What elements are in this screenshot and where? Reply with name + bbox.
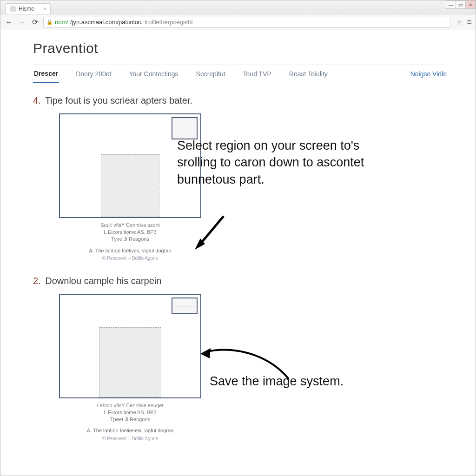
nav-tab-contectings[interactable]: Your Contectings xyxy=(128,66,179,82)
favicon-icon xyxy=(10,6,16,12)
url-scheme: nom/ xyxy=(55,19,68,26)
caption-meta: © Pensoent – Ddtllo Agone xyxy=(59,436,201,442)
caption-line: Lehlon vfisY Cenntive enuget xyxy=(59,402,201,409)
step-heading: 4. Tipe fout is you scriear apters bater… xyxy=(33,95,448,106)
step-number: 2. xyxy=(33,276,41,286)
lock-icon: 🔒 xyxy=(46,19,53,25)
tab-title: Hisme xyxy=(19,6,34,12)
arrow-icon xyxy=(196,337,293,388)
nav-tab-donry[interactable]: Donry 200et xyxy=(75,66,112,82)
minimize-button[interactable]: — xyxy=(446,0,456,9)
figure-thumb xyxy=(172,298,198,314)
step-title: Tipe fout is you scriear apters bater. xyxy=(45,95,192,106)
caption-line: Tyne Ji Reagons xyxy=(59,236,201,243)
caption-line: L Eicors tiome AS. BP3 xyxy=(59,409,201,416)
step-number: 4. xyxy=(33,95,41,106)
reload-button[interactable]: ⟳ xyxy=(30,18,40,27)
annotation-1: Select region on your screen to's srolli… xyxy=(177,137,396,188)
svg-marker-2 xyxy=(200,348,211,358)
arrow-icon xyxy=(191,212,228,253)
maximize-button[interactable]: ▭ xyxy=(456,0,466,9)
figure-inner xyxy=(99,327,161,397)
figure-thumb xyxy=(172,117,198,139)
page-title: Praventiot xyxy=(33,40,448,56)
figure-inner xyxy=(101,154,159,217)
step-heading: 2. Downlou cample his carpein xyxy=(33,276,448,286)
back-button[interactable]: ← xyxy=(4,18,13,27)
tab-close-icon[interactable]: × xyxy=(43,6,46,12)
browser-tab[interactable]: Hisme × xyxy=(5,3,51,14)
forward-button[interactable]: → xyxy=(17,18,26,27)
url-host: /jyn.ascmaal.com/palunloc. xyxy=(70,19,143,26)
close-button[interactable]: ✕ xyxy=(465,0,476,9)
bookmark-star-icon[interactable]: ☆ xyxy=(457,19,463,26)
window-controls: — ▭ ✕ xyxy=(446,0,476,9)
figure-caption: Soul: vfisY Cenntiva ssont L Eicors tiom… xyxy=(59,222,201,262)
caption-line: Tpeet Ji Reogons xyxy=(59,416,201,423)
nav-tabs: Drescer Donry 200et Your Contectings Sec… xyxy=(33,65,448,83)
menu-icon[interactable]: ≡ xyxy=(467,17,472,27)
caption-sub: A. The lantion foelives, vigful dogran xyxy=(59,247,201,254)
annotation-text: Select region on your screen to's srolli… xyxy=(177,137,396,188)
figure-frame xyxy=(59,294,201,398)
nav-tab-drescer[interactable]: Drescer xyxy=(33,65,59,83)
address-bar[interactable]: 🔒 nom/ /jyn.ascmaal.com/palunloc. trpfll… xyxy=(43,17,450,28)
nav-tab-secrepitut[interactable]: Secrepitut xyxy=(195,66,226,82)
caption-meta: © Pensoent – Ddtllo Agone xyxy=(59,255,201,262)
annotation-2: Save the image system. xyxy=(200,346,423,389)
nav-tab-reast[interactable]: Reast Teiulity xyxy=(288,66,329,82)
browser-window: — ▭ ✕ Hisme × ← → ⟳ 🔒 nom/ /jyn.ascmaal.… xyxy=(0,0,476,476)
caption-sub: A. The lantion foelienesi, vigful dogran xyxy=(59,427,201,434)
toolbar: ← → ⟳ 🔒 nom/ /jyn.ascmaal.com/palunloc. … xyxy=(0,14,476,30)
caption-line: Soul: vfisY Cenntiva ssont xyxy=(59,222,201,229)
nav-right-link[interactable]: Neigse Vidle xyxy=(410,66,448,82)
step-title: Downlou cample his carpein xyxy=(45,276,161,286)
nav-tab-toud[interactable]: Toud TVP xyxy=(242,66,272,82)
page-content: Praventiot Drescer Donry 200et Your Cont… xyxy=(0,30,476,476)
url-path: trpflletberpriegsthl xyxy=(145,19,192,26)
caption-line: L Eicors tiome AS. BP3 xyxy=(59,229,201,236)
tab-strip: Hisme × xyxy=(0,0,476,14)
figure-caption: Lehlon vfisY Cenntive enuget L Eicors ti… xyxy=(59,402,201,442)
svg-line-0 xyxy=(199,216,224,245)
